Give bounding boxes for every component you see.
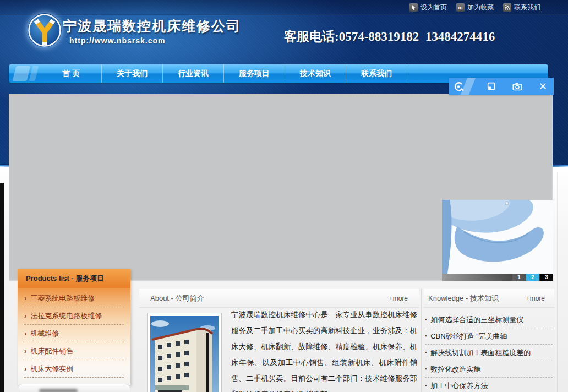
partial-widget-content: [39, 389, 78, 392]
banner-photo-blue-shirt: [442, 200, 553, 274]
bullet-icon: ▪: [425, 312, 427, 328]
partial-next-widget: [18, 384, 130, 392]
banner-pagination: 1 2 3: [442, 274, 553, 281]
nav-decoration: [29, 66, 39, 81]
knowledge-item-cbn-wheel[interactable]: ▪ CBN砂轮打造 “完美曲轴: [425, 328, 553, 345]
sidebar-item-label: 机械维修: [30, 325, 59, 342]
pager-page-1[interactable]: 1: [512, 274, 526, 281]
knowledge-item-machining-center-maintenance[interactable]: ▪ 加工中心保养方法: [425, 378, 553, 392]
about-section-header: About - 公司简介 +more: [139, 289, 419, 308]
window-restore-icon[interactable]: [480, 81, 502, 91]
sidebar-item-label: 机床配件销售: [30, 342, 73, 360]
set-home-link[interactable]: 设为首页: [409, 3, 447, 12]
camera-icon[interactable]: [506, 82, 528, 91]
sidebar-item-mitsubishi-board-repair[interactable]: › 三菱系统电路板维修: [24, 290, 124, 307]
company-building-photo: [147, 313, 222, 392]
sidebar-item-overhaul-cases[interactable]: › 机床大修实例: [24, 360, 124, 378]
nav-decoration: [13, 66, 31, 81]
contact-link[interactable]: 联系我们: [503, 3, 540, 12]
products-title: Products list - 服务项目: [18, 269, 130, 288]
about-title: About - 公司简介: [139, 290, 204, 307]
arrow-icon: ›: [24, 360, 26, 377]
nav-item-contact[interactable]: 联系我们: [346, 64, 407, 83]
knowledge-list: ▪ 如何选择合适的三坐标测量仪 ▪ CBN砂轮打造 “完美曲轴 ▪ 解决线切割加…: [425, 312, 553, 392]
bullet-icon: ▪: [425, 361, 427, 377]
set-home-icon: [409, 3, 418, 12]
nav-item-news[interactable]: 行业资讯: [163, 64, 224, 83]
bookmark-icon: in: [456, 3, 465, 12]
bookmark-link[interactable]: in 加为收藏: [456, 3, 494, 12]
arrow-icon: ›: [24, 307, 26, 324]
rss-icon: [503, 3, 511, 12]
website-url: http://www.nbsrsk.com: [69, 36, 166, 45]
about-more-link[interactable]: +more: [389, 290, 419, 307]
knowledge-title: Knowledge - 技术知识: [424, 290, 499, 307]
sidebar-item-label: 机床大修实例: [30, 360, 73, 377]
knowledge-item-label: 数控化改造实施: [430, 361, 480, 377]
knowledge-item-label: 如何选择合适的三坐标测量仪: [430, 312, 523, 328]
nav-item-home[interactable]: 首 页: [41, 64, 102, 83]
close-icon[interactable]: [532, 82, 554, 90]
arrow-icon: ›: [24, 290, 26, 307]
bullet-icon: ▪: [425, 378, 427, 392]
company-logo: [28, 13, 62, 47]
knowledge-item-label: 解决线切割加工表面粗糙度差的: [430, 345, 531, 361]
products-sidebar: Products list - 服务项目 › 三菱系统电路板维修 › 法拉克系统…: [18, 269, 130, 385]
set-home-label: 设为首页: [420, 3, 447, 12]
knowledge-item-cmm-selection[interactable]: ▪ 如何选择合适的三坐标测量仪: [425, 312, 553, 328]
knowledge-item-label: CBN砂轮打造 “完美曲轴: [430, 328, 507, 344]
sidebar-item-label: 三菱系统电路板维修: [30, 290, 95, 307]
knowledge-item-cnc-retrofit[interactable]: ▪ 数控化改造实施: [425, 361, 553, 378]
bullet-icon: ▪: [425, 345, 427, 361]
contact-label: 联系我们: [514, 3, 540, 12]
products-list: › 三菱系统电路板维修 › 法拉克系统电路板维修 › 机械维修 › 机床配件销售…: [18, 288, 130, 385]
page-right-edge: [557, 172, 558, 392]
nav-item-knowledge[interactable]: 技术知识: [285, 64, 346, 83]
top-links: 设为首页 in 加为收藏 联系我们: [409, 3, 540, 12]
sidebar-item-fanuc-board-repair[interactable]: › 法拉克系统电路板维修: [24, 307, 124, 325]
service-phone: 客服电话:0574-88319182 13484274416: [284, 28, 495, 45]
sidebar-item-mechanical-repair[interactable]: › 机械维修: [24, 325, 124, 342]
main-banner: 1 2 3: [9, 94, 553, 281]
pager-page-2-active[interactable]: 2: [526, 274, 539, 281]
arrow-icon: ›: [24, 325, 26, 342]
knowledge-more-link[interactable]: +more: [526, 290, 554, 307]
pager-page-3[interactable]: 3: [540, 274, 553, 281]
knowledge-item-wire-cutting-roughness[interactable]: ▪ 解决线切割加工表面粗糙度差的: [425, 345, 553, 361]
left-dark-strip: [0, 183, 4, 392]
sidebar-item-parts-sales[interactable]: › 机床配件销售: [24, 342, 124, 360]
knowledge-section-header: Knowledge - 技术知识 +more: [424, 289, 554, 308]
arrow-icon: ›: [24, 342, 26, 360]
sidebar-item-label: 法拉克系统电路板维修: [30, 307, 102, 324]
bookmark-label: 加为收藏: [467, 3, 494, 12]
nav-item-about[interactable]: 关于我们: [102, 64, 163, 83]
bullet-icon: ▪: [425, 328, 427, 344]
screenshot-toolbar: [449, 78, 554, 95]
nav-menu: 首 页 关于我们 行业资讯 服务项目 技术知识 联系我们: [41, 64, 407, 83]
knowledge-item-label: 加工中心保养方法: [430, 378, 488, 392]
nav-item-services[interactable]: 服务项目: [224, 64, 285, 83]
company-name: 宁波晟瑞数控机床维修公司: [63, 17, 241, 35]
column-divider: [421, 289, 422, 392]
about-paragraph: 宁波晟瑞数控机床维修中心是一家专业从事数控机床维修服务及二手加工中心买卖的高新科…: [231, 307, 417, 392]
